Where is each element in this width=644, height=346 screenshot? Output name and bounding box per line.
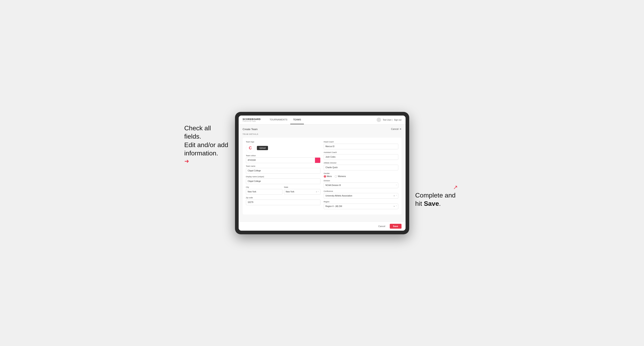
conference-group: Conference University Athletic Associati… [324,190,398,199]
team-name-label: Team name [246,165,320,167]
logo-title: SCOREBOARD [243,118,261,120]
right-annotation: ↙ Complete and hit Save. [415,181,460,208]
city-group: City [246,186,282,195]
display-name-input[interactable] [246,178,320,184]
sign-out-link[interactable]: Sign out [394,119,402,121]
state-select[interactable]: New York [284,189,320,195]
close-icon: ✕ [400,128,402,131]
form-grid: Team logo C Upload Team colour [243,138,402,214]
content-area: Create Team Cancel ✕ TEAM DETAILS Team l… [239,124,406,222]
nav-right: Test User | Sign out [376,118,401,122]
division-group: Division NCAA Division III ⌃ [324,180,398,188]
team-name-group: Team name [246,165,320,173]
right-col: Head Coach Assistant Coach Athletic Dire… [324,141,398,211]
assistant-coach-group: Assistant Coach [324,151,398,160]
tab-teams[interactable]: TEAMS [290,116,304,124]
zip-label: Zip code [246,197,320,199]
form-title: Create Team [243,128,258,131]
athletic-director-input[interactable] [324,165,398,170]
nav-logo: SCOREBOARD Powered by clippd [243,118,261,122]
state-select-wrapper: New York ✕ ⌃ [284,189,320,195]
region-dropdown-wrapper: Region II - (M) DIII ✕ ⌃ [324,203,398,209]
team-logo-group: Team logo C Upload [246,141,320,153]
state-group: State New York ✕ ⌃ [284,186,320,195]
zip-group: Zip code [246,197,320,205]
gender-womens-radio[interactable] [335,175,337,178]
city-input[interactable] [246,189,282,195]
user-label: Test User | [383,119,392,121]
nav-bar: SCOREBOARD Powered by clippd TOURNAMENTS… [239,116,406,124]
assistant-coach-label: Assistant Coach [324,151,398,153]
athletic-director-group: Athletic Director [324,162,398,170]
region-label: Region [324,201,398,203]
annotation-line1: Check all fields. [184,124,211,140]
team-colour-input[interactable] [246,158,315,163]
region-select[interactable]: Region II - (M) DIII [324,203,398,209]
footer-save-button[interactable]: Save [390,224,402,229]
colour-swatch[interactable] [315,158,320,163]
division-select[interactable]: NCAA Division III [324,182,398,188]
gender-womens-option[interactable]: Womens [335,175,346,178]
right-arrow-indicator: ↙ [415,184,460,191]
tablet-screen: SCOREBOARD Powered by clippd TOURNAMENTS… [239,116,406,231]
cancel-x-button[interactable]: Cancel ✕ [391,128,401,131]
annotation-line2: Edit and/or add [184,141,228,149]
annotation-line3: information. [184,150,218,157]
division-dropdown-wrapper: NCAA Division III ⌃ [324,182,398,188]
left-col: Team logo C Upload Team colour [246,141,320,211]
logo-area: C Upload [246,144,320,153]
gender-group: Gender Mens Womens [324,173,398,178]
gender-mens-radio[interactable] [324,175,326,178]
annotation-right-line1: Complete and [415,192,456,199]
team-name-input[interactable] [246,168,320,173]
assistant-coach-input[interactable] [324,154,398,160]
head-coach-label: Head Coach [324,141,398,143]
gender-label: Gender [324,173,398,174]
city-state-group: City State New York ✕ ⌃ [246,186,320,195]
form-header: Create Team Cancel ✕ [243,128,402,131]
team-colour-group: Team colour [246,155,320,163]
division-label: Division [324,180,398,182]
tab-tournaments[interactable]: TOURNAMENTS [267,116,290,124]
conference-select[interactable]: University Athletic Association [324,193,398,199]
left-annotation: Check all fields. Edit and/or add inform… [184,124,229,165]
display-name-group: Display name (unique) [246,176,320,184]
state-label: State [284,186,320,188]
conference-label: Conference [324,190,398,192]
form-footer: Cancel Save [239,222,406,231]
nav-tabs: TOURNAMENTS TEAMS [267,116,376,124]
team-colour-label: Team colour [246,155,320,157]
city-label: City [246,186,282,188]
region-group: Region Region II - (M) DIII ✕ ⌃ [324,201,398,209]
conference-dropdown-wrapper: University Athletic Association ✕ ⌃ [324,193,398,199]
city-state-row: City State New York ✕ ⌃ [246,186,320,195]
upload-button[interactable]: Upload [257,146,268,150]
gender-mens-option[interactable]: Mens [324,175,332,178]
logo-circle: C [246,144,255,153]
section-label: TEAM DETAILS [243,133,402,135]
footer-cancel-button[interactable]: Cancel [376,224,388,229]
logo-sub: Powered by clippd [243,120,261,122]
colour-field-wrapper [246,158,320,163]
left-arrow-icon: ➜ [184,158,229,165]
head-coach-input[interactable] [324,144,398,149]
annotation-right-line2: hit [415,200,424,207]
user-avatar [376,118,381,122]
tablet-frame: SCOREBOARD Powered by clippd TOURNAMENTS… [235,112,409,234]
annotation-right-bold: Save [424,200,439,207]
display-name-label: Display name (unique) [246,176,320,178]
gender-row: Mens Womens [324,175,398,178]
team-logo-label: Team logo [246,141,320,143]
athletic-director-label: Athletic Director [324,162,398,164]
zip-input[interactable] [246,199,320,205]
head-coach-group: Head Coach [324,141,398,149]
